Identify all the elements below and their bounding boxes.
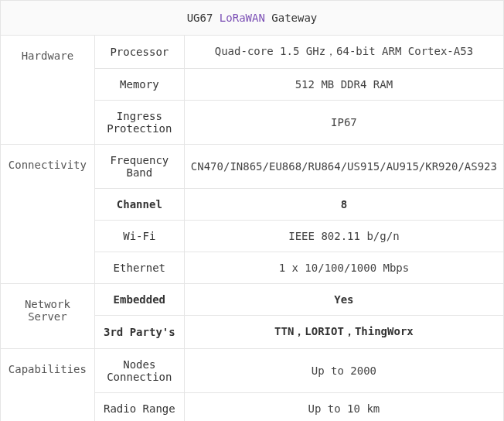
spec-label: Channel: [94, 189, 184, 221]
spec-label: Ethernet: [94, 252, 184, 284]
spec-label: Embedded: [94, 284, 184, 316]
title-suffix: Gateway: [265, 12, 317, 24]
spec-label: Nodes Connection: [94, 349, 184, 393]
spec-value: Up to 10 km: [184, 393, 503, 422]
spec-label: Frequency Band: [94, 145, 184, 189]
table-row: Network ServerEmbeddedYes: [1, 284, 504, 316]
spec-value: CN470/IN865/EU868/RU864/US915/AU915/KR92…: [184, 145, 503, 189]
spec-label: Memory: [94, 69, 184, 101]
category-cell: Network Server: [1, 284, 95, 349]
spec-value: 512 MB DDR4 RAM: [184, 69, 503, 101]
table-row: ConnectivityFrequency BandCN470/IN865/EU…: [1, 145, 504, 189]
spec-value: Quad-core 1.5 GHz，64-bit ARM Cortex-A53: [184, 36, 503, 69]
category-cell: Connectivity: [1, 145, 95, 284]
spec-label: Ingress Protection: [94, 101, 184, 145]
spec-table: UG67 LoRaWAN GatewayHardwareProcessorQua…: [0, 0, 504, 421]
spec-label: Processor: [94, 36, 184, 69]
spec-value: 1 x 10/100/1000 Mbps: [184, 252, 503, 284]
spec-label: Radio Range: [94, 393, 184, 422]
spec-value: Yes: [184, 284, 503, 316]
spec-value: IP67: [184, 101, 503, 145]
spec-label: 3rd Party's: [94, 316, 184, 349]
title-prefix: UG67: [187, 12, 220, 24]
title-row: UG67 LoRaWAN Gateway: [1, 1, 504, 36]
table-row: HardwareProcessorQuad-core 1.5 GHz，64-bi…: [1, 36, 504, 69]
table-row: CapabilitiesNodes ConnectionUp to 2000: [1, 349, 504, 393]
spec-value: Up to 2000: [184, 349, 503, 393]
category-cell: Capabilities: [1, 349, 95, 422]
spec-value: IEEE 802.11 b/g/n: [184, 221, 503, 252]
spec-value: 8: [184, 189, 503, 221]
lorawan-link[interactable]: LoRaWAN: [220, 12, 265, 24]
spec-value: TTN，LORIOT，ThingWorx: [184, 316, 503, 349]
spec-label: Wi-Fi: [94, 221, 184, 252]
title-cell: UG67 LoRaWAN Gateway: [1, 1, 504, 36]
category-cell: Hardware: [1, 36, 95, 145]
